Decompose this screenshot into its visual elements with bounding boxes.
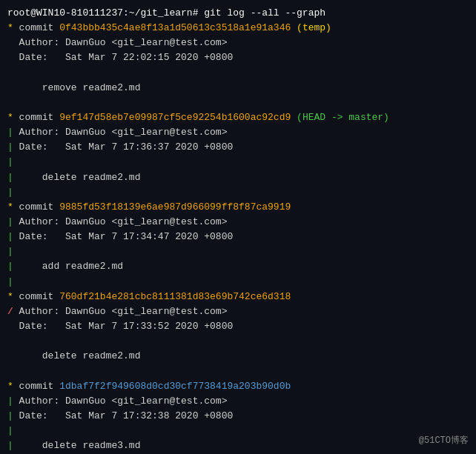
empty-6: | (7, 275, 469, 290)
graph-star-3: * (7, 200, 19, 215)
hash-2: 9ef147d58eb7e09987cf5ce92254b1600ac92cd9 (59, 110, 291, 125)
author-line-3: | Author: DawnGuo <git_learn@test.com> (7, 215, 469, 230)
empty-7 (7, 334, 469, 349)
graph-star-2: * (7, 110, 19, 125)
commit-line-2: * commit 9ef147d58eb7e09987cf5ce92254b16… (7, 110, 469, 125)
date-line-1: Date: Sat Mar 7 22:02:15 2020 +0800 (7, 50, 469, 65)
commit-line-5: * commit 1dbaf7f2f949608d0cd30cf7738419a… (7, 379, 469, 394)
msg-line-5: | delete readme3.md (7, 438, 469, 453)
empty-2 (7, 96, 469, 110)
msg-line-1: remove readme2.md (7, 81, 469, 96)
msg-line-4: delete readme2.md (7, 349, 469, 364)
graph-star-4: * (7, 290, 19, 304)
author-line-4: / Author: DawnGuo <git_learn@test.com> (7, 304, 469, 319)
date-line-2: | Date: Sat Mar 7 17:36:37 2020 +0800 (7, 140, 469, 155)
commit-line-4: * commit 760df21b4e281cbc8111381d83e69b7… (7, 290, 469, 304)
prompt-text: root@WIN10-810111237:~/git_learn# git lo… (7, 6, 325, 21)
empty-9: | (7, 424, 469, 438)
author-line-1: Author: DawnGuo <git_learn@test.com> (7, 36, 469, 50)
date-line-3: | Date: Sat Mar 7 17:34:47 2020 +0800 (7, 230, 469, 244)
graph-star-1: * (7, 21, 19, 36)
hash-3: 9885fd53f18139e6ae987d966099ff8f87ca9919 (59, 200, 291, 215)
date-line-4: Date: Sat Mar 7 17:33:52 2020 +0800 (7, 319, 469, 334)
hash-5: 1dbaf7f2f949608d0cd30cf7738419a203b90d0b (59, 379, 291, 394)
watermark: @51CTO博客 (419, 434, 469, 447)
empty-1 (7, 66, 469, 81)
empty-8 (7, 364, 469, 378)
empty-5: | (7, 244, 469, 259)
prompt-line: root@WIN10-810111237:~/git_learn# git lo… (7, 6, 469, 21)
commit-line-3: * commit 9885fd53f18139e6ae987d966099ff8… (7, 200, 469, 215)
msg-line-2: | delete readme2.md (7, 170, 469, 185)
empty-4: | (7, 185, 469, 200)
date-line-5: | Date: Sat Mar 7 17:32:38 2020 +0800 (7, 409, 469, 424)
msg-line-3: | add readme2.md (7, 259, 469, 274)
hash-4: 760df21b4e281cbc8111381d83e69b742ce6d318 (59, 290, 291, 304)
terminal: root@WIN10-810111237:~/git_learn# git lo… (0, 0, 476, 454)
graph-star-5: * (7, 379, 19, 394)
author-line-2: | Author: DawnGuo <git_learn@test.com> (7, 125, 469, 140)
hash-1: 0f43bbb435c4ae8f13a1d50613c3518a1e91a346 (59, 21, 291, 36)
author-line-5: | Author: DawnGuo <git_learn@test.com> (7, 394, 469, 409)
commit-line-1: * commit 0f43bbb435c4ae8f13a1d50613c3518… (7, 21, 469, 36)
empty-3: | (7, 155, 469, 170)
